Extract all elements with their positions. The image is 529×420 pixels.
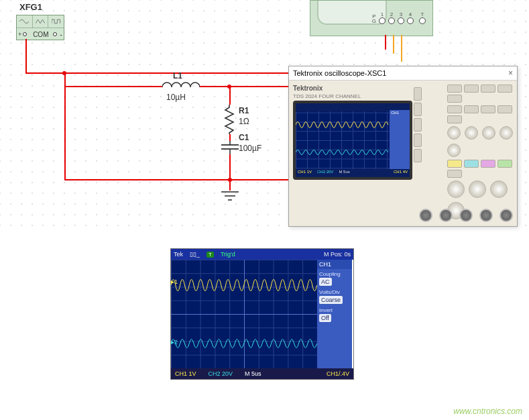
readout-m: M 5us: [245, 370, 261, 377]
scope-port-1[interactable]: [379, 17, 386, 24]
ch4-button[interactable]: [497, 160, 512, 168]
trig-status: Trig'd: [221, 251, 235, 258]
port-t-label: T: [421, 11, 424, 17]
scope-display[interactable]: Tek ▯▯_ T Trig'd M Pos: 0s ▶1 ▶2 CH1 Cou…: [170, 248, 354, 380]
scope-button[interactable]: [447, 85, 462, 93]
waveform-ch2: [171, 332, 317, 355]
scope-button[interactable]: [464, 85, 479, 93]
bnc-ch4[interactable]: [479, 209, 493, 222]
softkey-1[interactable]: [414, 87, 422, 101]
fg-com-label: COM: [28, 31, 53, 38]
invert-value[interactable]: Off: [319, 314, 331, 322]
bnc-ext[interactable]: [499, 209, 513, 222]
wire: [200, 86, 229, 87]
wire: [401, 35, 402, 62]
resistor-r1[interactable]: [224, 105, 235, 136]
inductor-l1[interactable]: [162, 81, 200, 91]
scope-knob[interactable]: [469, 180, 486, 198]
scope-button[interactable]: [481, 105, 495, 113]
ch1-button[interactable]: [447, 160, 462, 168]
readout-ch1: CH1 1V: [298, 170, 312, 176]
scope-button[interactable]: [497, 85, 512, 93]
fg-plus-label: +: [18, 31, 21, 38]
softkey-4[interactable]: [414, 134, 422, 147]
c1-value: 100µF: [239, 144, 261, 153]
softkey-3[interactable]: [414, 118, 422, 132]
scope-button[interactable]: [447, 95, 462, 103]
port-3-label: 3: [400, 11, 402, 17]
popup-titlebar[interactable]: Tektronix oscilloscope-XSC1 ×: [289, 66, 517, 81]
coupling-label: Coupling: [317, 269, 352, 278]
softkey-5[interactable]: [414, 149, 422, 162]
fg-minus-label: -: [60, 30, 62, 38]
coupling-value[interactable]: AC: [319, 278, 332, 286]
readout-trig: CH1/.4V: [327, 370, 349, 377]
sine-wave-icon: [17, 15, 33, 28]
scope-popup-window[interactable]: Tektronix oscilloscope-XSC1 × Tektronix …: [288, 66, 518, 227]
wire: [229, 86, 288, 87]
waveform-ch1: [296, 118, 390, 132]
function-generator[interactable]: + COM -: [16, 15, 64, 40]
scope-knob[interactable]: [465, 126, 478, 140]
fg-minus-terminal[interactable]: [53, 32, 57, 36]
close-icon[interactable]: ×: [508, 66, 513, 80]
ground-symbol: [220, 191, 240, 205]
invert-label: Invert: [317, 305, 352, 314]
scope-port-3[interactable]: [398, 17, 404, 24]
scope-port-t[interactable]: [419, 17, 426, 24]
triangle-wave-icon: [33, 15, 49, 28]
waveform-ch2: [296, 146, 390, 158]
readout-ch2: CH2 20V: [209, 370, 233, 377]
ch3-button[interactable]: [481, 160, 495, 168]
scope-knob[interactable]: [499, 126, 513, 140]
scope-button[interactable]: [447, 115, 462, 123]
menu-hdr: CH1: [390, 110, 410, 115]
waveform-ch1: [171, 272, 317, 299]
scope-knob[interactable]: [447, 126, 461, 140]
side-hdr: CH1: [317, 260, 352, 269]
ch2-button[interactable]: [464, 160, 479, 168]
wire: [229, 86, 231, 105]
scope-knob[interactable]: [447, 180, 465, 198]
r1-value: 1Ω: [239, 117, 249, 126]
trigger-status-icon: T: [207, 252, 214, 258]
scope-bottom-readout: CH1 1V CH2 20V M 5us CH1/.4V: [171, 368, 353, 379]
run-stop-icon: ▯▯_: [190, 251, 200, 258]
m-pos: M Pos: 0s: [324, 251, 351, 258]
r1-ref: R1: [239, 106, 249, 115]
readout-trig: CH1 4V: [394, 170, 408, 176]
bnc-ch3[interactable]: [459, 209, 473, 222]
scope-side-menu: CH1 Coupling AC Volts/Div Coarse Invert …: [317, 260, 352, 368]
readout-ch2: CH2 20V: [317, 170, 333, 176]
mini-tek: Tek: [174, 251, 183, 258]
scope-button[interactable]: [447, 105, 462, 113]
bnc-ch2[interactable]: [439, 209, 453, 222]
scope-port-4[interactable]: [407, 17, 414, 24]
l1-ref: L1: [173, 71, 182, 81]
scope-button[interactable]: [447, 170, 462, 178]
scope-screen-menu: CH1: [390, 110, 410, 170]
l1-value: 10µH: [166, 93, 186, 102]
center-h: [171, 314, 317, 315]
port-1-label: 1: [381, 11, 384, 17]
fg-plus-terminal[interactable]: [23, 32, 27, 36]
scope-port-2[interactable]: [388, 17, 395, 24]
scope-knob[interactable]: [490, 180, 508, 198]
scope-waveform-area[interactable]: ▶1 ▶2: [171, 260, 317, 368]
watermark: www.cntronics.com: [453, 407, 522, 416]
bnc-ch1[interactable]: [419, 209, 432, 222]
oscilloscope-instrument[interactable]: PG 1 2 3 4 T: [310, 0, 433, 36]
wire: [229, 134, 231, 141]
softkey-2[interactable]: [414, 103, 422, 116]
scope-knob[interactable]: [482, 126, 495, 140]
scope-screen[interactable]: CH1 CH1 1V CH2 20V M 5us CH1 4V: [293, 101, 412, 180]
scope-button[interactable]: [464, 105, 479, 113]
port-2-label: 2: [390, 11, 393, 17]
scope-knob[interactable]: [447, 144, 461, 157]
scope-button[interactable]: [497, 105, 512, 113]
scope-button[interactable]: [481, 85, 495, 93]
port-pg-g-label: G: [372, 18, 376, 24]
readout-ch1: CH1 1V: [175, 370, 196, 377]
wire: [229, 72, 290, 74]
vdiv-value[interactable]: Coarse: [319, 296, 343, 304]
